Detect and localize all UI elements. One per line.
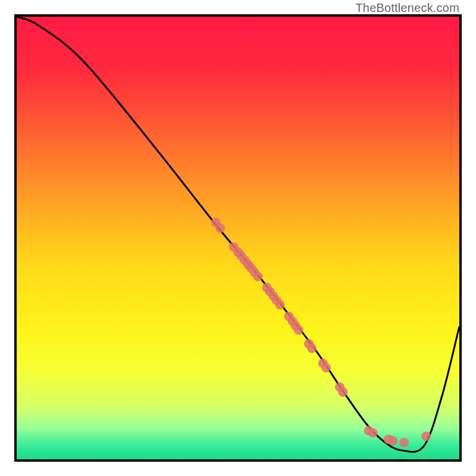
data-point bbox=[399, 438, 409, 447]
data-point bbox=[294, 325, 303, 335]
data-point bbox=[421, 431, 431, 441]
watermark-text: TheBottleneck.com bbox=[355, 1, 459, 15]
data-point bbox=[253, 272, 263, 281]
data-point bbox=[321, 363, 331, 372]
bottleneck-curve-line bbox=[17, 17, 459, 452]
data-point bbox=[275, 300, 285, 309]
chart-svg bbox=[17, 17, 459, 459]
data-point bbox=[307, 343, 317, 353]
data-point bbox=[368, 428, 378, 437]
plot-area bbox=[14, 14, 462, 462]
data-point bbox=[338, 387, 347, 397]
data-markers-group bbox=[211, 218, 431, 447]
data-point bbox=[388, 436, 397, 446]
chart-frame: TheBottleneck.com bbox=[0, 0, 476, 476]
data-point bbox=[215, 224, 225, 233]
